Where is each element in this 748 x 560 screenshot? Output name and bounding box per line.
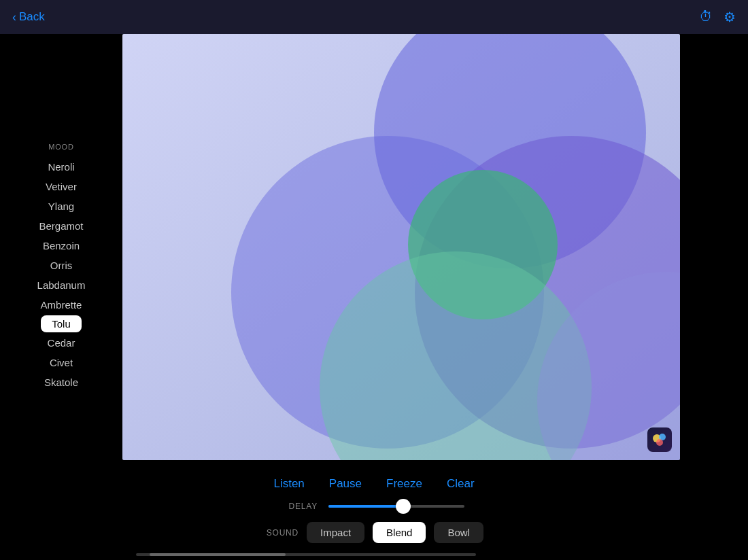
sidebar-item-orris[interactable]: Orris	[0, 256, 122, 275]
sound-row: SOUND ImpactBlendBowl	[265, 522, 483, 543]
sidebar-item-labdanum[interactable]: Labdanum	[0, 276, 122, 294]
freeze-button[interactable]: Freeze	[386, 477, 422, 491]
sound-bowl-button[interactable]: Bowl	[434, 522, 483, 543]
sidebar-item-cedar[interactable]: Cedar	[0, 334, 122, 352]
clock-icon[interactable]: ⏱	[699, 9, 713, 25]
svg-point-3	[656, 439, 663, 446]
sidebar-item-wrap: Cedar	[0, 334, 122, 352]
sound-blend-button[interactable]: Blend	[373, 522, 426, 543]
delay-row: DELAY	[284, 502, 464, 511]
sound-impact-button[interactable]: Impact	[307, 522, 364, 543]
sound-label: SOUND	[265, 528, 299, 538]
sidebar-item-wrap: Orris	[0, 256, 122, 275]
back-button[interactable]: ‹ Back	[12, 10, 45, 24]
delay-slider-thumb[interactable]	[396, 499, 411, 514]
delay-slider[interactable]	[328, 505, 464, 508]
pause-button[interactable]: Pause	[329, 477, 362, 491]
sidebar-item-tolu[interactable]: Tolu	[41, 315, 82, 332]
scrollbar-thumb[interactable]	[150, 553, 286, 556]
sidebar-item-wrap: Civet	[0, 353, 122, 372]
sidebar-item-skatole[interactable]: Skatole	[0, 373, 122, 391]
listen-button[interactable]: Listen	[273, 477, 304, 491]
sidebar-item-bergamot[interactable]: Bergamot	[0, 217, 122, 235]
header: ‹ Back ⏱ ⚙	[0, 0, 748, 34]
sidebar-item-neroli[interactable]: Neroli	[0, 158, 122, 176]
playback-row: Listen Pause Freeze Clear	[273, 477, 474, 491]
sidebar-item-wrap: Ambrette	[0, 296, 122, 314]
sidebar: MOOD NeroliVetiverYlangBergamotBenzoinOr…	[0, 34, 122, 496]
delay-label: DELAY	[284, 502, 318, 511]
sidebar-item-wrap: Ylang	[0, 197, 122, 215]
sidebar-item-ambrette[interactable]: Ambrette	[0, 296, 122, 314]
sidebar-item-wrap: Labdanum	[0, 276, 122, 294]
sidebar-item-wrap: Vetiver	[0, 177, 122, 196]
watermark-icon	[647, 427, 672, 452]
sidebar-item-wrap: Bergamot	[0, 217, 122, 235]
sidebar-item-ylang[interactable]: Ylang	[0, 197, 122, 215]
visualization-canvas	[122, 34, 680, 460]
header-icons: ⏱ ⚙	[699, 9, 736, 25]
sidebar-item-wrap: Skatole	[0, 373, 122, 391]
sidebar-item-wrap: Tolu	[0, 315, 122, 332]
sidebar-item-vetiver[interactable]: Vetiver	[0, 177, 122, 196]
back-label: Back	[19, 10, 45, 24]
sidebar-item-wrap: Neroli	[0, 158, 122, 176]
chevron-left-icon: ‹	[12, 10, 16, 24]
sidebar-item-wrap: Benzoin	[0, 237, 122, 255]
clear-button[interactable]: Clear	[447, 477, 475, 491]
sidebar-section-label: MOOD	[48, 143, 73, 151]
settings-icon[interactable]: ⚙	[724, 9, 736, 25]
main-canvas	[122, 34, 680, 460]
scrollbar[interactable]	[136, 553, 476, 556]
delay-slider-fill	[328, 505, 403, 508]
sidebar-item-civet[interactable]: Civet	[0, 353, 122, 372]
sidebar-item-benzoin[interactable]: Benzoin	[0, 237, 122, 255]
